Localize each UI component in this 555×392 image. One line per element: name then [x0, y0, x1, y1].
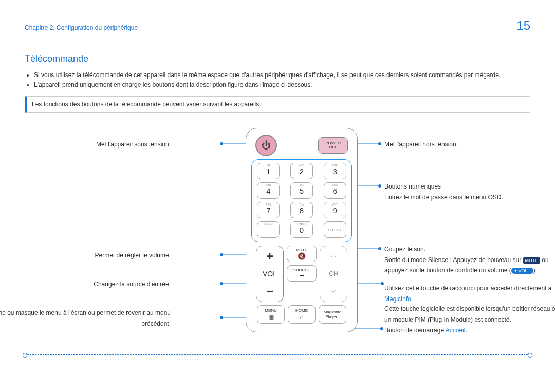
- section-separator: [25, 354, 530, 355]
- label-power-on: Met l'appareil sous tension.: [96, 139, 171, 150]
- label-home: Bouton de démarrage Accueil.: [384, 325, 467, 335]
- numkey-1[interactable]: .QZ1: [257, 163, 280, 179]
- source-button[interactable]: SOURCE ➡: [287, 265, 317, 282]
- label-volume: Permet de régler le volume.: [95, 250, 171, 260]
- label-source: Changez la source d'entrée.: [94, 279, 171, 289]
- svg-point-20: [378, 247, 381, 250]
- label-pim: Cette touche logicielle est disponible l…: [384, 304, 555, 325]
- numkey-7[interactable]: PRS7: [257, 202, 280, 218]
- numkey-DEL-/--[interactable]: DEL-/--: [257, 221, 280, 238]
- note-box: Les fonctions des boutons de la télécomm…: [25, 96, 530, 113]
- home-button[interactable]: HOME ⌂: [288, 305, 316, 324]
- label-mute-desc: Sortie du mode Silence : Appuyez de nouv…: [384, 255, 555, 276]
- channel-rocker[interactable]: ︿ CH ﹀: [320, 246, 347, 302]
- mute-button[interactable]: MUTE 🔇: [287, 246, 317, 262]
- remote-diagram: Met l'appareil sous tension. Permet de r…: [25, 123, 530, 364]
- vol-tag: + VOL -: [511, 268, 533, 274]
- menu-icon: ▦: [268, 313, 274, 321]
- numkey-4[interactable]: GHI4: [257, 182, 280, 199]
- numkey-5[interactable]: JKL5: [290, 182, 313, 199]
- bullet-1: Si vous utilisez la télécommande de cet …: [34, 70, 530, 80]
- numkey-9[interactable]: WXY9: [324, 202, 346, 218]
- vol-minus-icon: −: [266, 284, 273, 298]
- power-on-button[interactable]: ⏻: [255, 135, 277, 156]
- label-power-off: Met l'appareil hors tension.: [384, 139, 458, 150]
- chevron-down-icon: ﹀: [330, 288, 337, 296]
- label-numpad-desc: Entrez le mot de passe dans le menu OSD.: [384, 192, 503, 202]
- svg-point-10: [220, 316, 223, 319]
- accueil-link: Accueil: [446, 327, 466, 334]
- magicinfo-button[interactable]: MagicInfo Player I: [319, 305, 346, 324]
- label-numpad-title: Boutons numériques: [384, 181, 503, 192]
- svg-point-7: [220, 282, 223, 285]
- remote: ⏻ POWER OFF .QZ1ABC2DEF3 GHI4JKL5MNO6 PR…: [246, 128, 358, 332]
- numkey-0[interactable]: SYMBOL0: [290, 221, 313, 238]
- svg-point-1: [220, 142, 223, 145]
- numkey-8[interactable]: TUV8: [290, 202, 313, 218]
- label-mute: Coupez le son. Sortie du mode Silence : …: [384, 244, 555, 275]
- chapter: Chapitre 2. Configuration du périphériqu…: [25, 24, 138, 31]
- power-off-button[interactable]: POWER OFF: [318, 137, 348, 154]
- mute-tag: MUTE: [523, 257, 541, 264]
- label-mute-title: Coupez le son.: [384, 244, 555, 254]
- numpad: .QZ1ABC2DEF3 GHI4JKL5MNO6 PRS7TUV8WXY9 D…: [251, 159, 352, 242]
- intro-bullets: Si vous utilisez la télécommande de cet …: [34, 70, 530, 90]
- svg-point-24: [381, 282, 384, 285]
- numkey-3[interactable]: DEF3: [324, 163, 346, 179]
- label-menu: Affiche ou masque le menu à l'écran ou p…: [0, 308, 171, 329]
- svg-point-27: [380, 327, 383, 330]
- mute-icon: 🔇: [298, 252, 306, 260]
- bullet-2: L'appareil prend uniquement en charge le…: [34, 80, 530, 90]
- numkey-2[interactable]: ABC2: [290, 163, 313, 179]
- section-title: Télécommande: [25, 53, 530, 64]
- numkey-CH LIST[interactable]: CH LIST: [324, 221, 346, 238]
- chevron-up-icon: ︿: [330, 251, 337, 260]
- svg-point-17: [378, 184, 381, 188]
- volume-rocker[interactable]: + VOL −: [256, 246, 284, 302]
- svg-point-4: [220, 253, 223, 256]
- label-magicinfo: Utilisez cette touche de raccourci pour …: [384, 283, 555, 304]
- vol-plus-icon: +: [266, 249, 273, 264]
- page-number: 15: [516, 18, 530, 33]
- source-icon: ➡: [300, 272, 304, 279]
- label-numpad: Boutons numériques Entrez le mot de pass…: [384, 181, 503, 202]
- menu-button[interactable]: MENU ▦: [257, 305, 285, 324]
- magicinfo-link: MagicInfo: [384, 295, 411, 303]
- home-icon: ⌂: [300, 313, 303, 321]
- numkey-6[interactable]: MNO6: [324, 182, 346, 199]
- svg-point-14: [378, 142, 381, 145]
